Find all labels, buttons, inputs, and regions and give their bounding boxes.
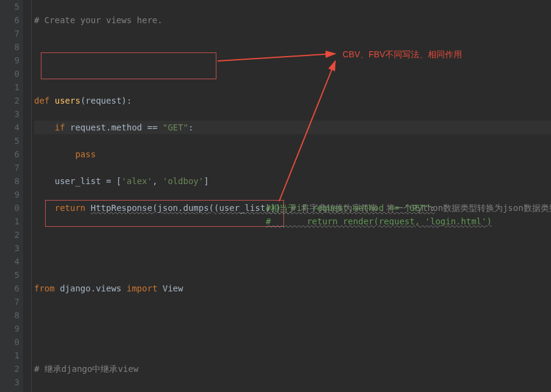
code-area[interactable]: # Create your views here. def users(requ… — [32, 0, 551, 392]
annotation-comment-1: #相当于if request.method == "GET": — [266, 201, 435, 215]
svg-line-0 — [218, 54, 335, 61]
annotation-comment-2: # return render(request, 'login.html') — [266, 215, 492, 228]
annotation-arrows — [32, 0, 550, 390]
comment-text: # 继承django中继承view — [34, 364, 138, 374]
comment-text: # Create your views here. — [34, 15, 163, 25]
line-gutter: 5 6 7 8 9 0 1 2 3 4 5 6 7 8 9 0 1 2 3 4 … — [0, 0, 23, 392]
code-editor[interactable]: 5 6 7 8 9 0 1 2 3 4 5 6 7 8 9 0 1 2 3 4 … — [0, 0, 551, 392]
annotation-main: CBV、FBV不同写法、相同作用 — [343, 48, 462, 61]
fold-column — [23, 0, 32, 392]
